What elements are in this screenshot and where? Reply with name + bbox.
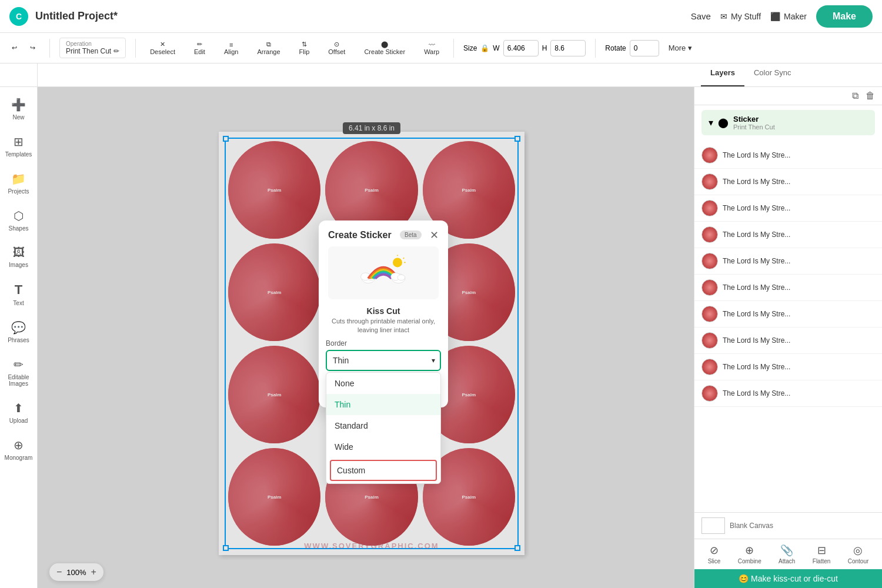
- modal-badge: Beta: [400, 230, 422, 239]
- blank-canvas-thumb: [701, 517, 725, 534]
- layer-thumb: [701, 253, 718, 269]
- separator-1: [49, 39, 50, 58]
- separator-3: [453, 39, 454, 58]
- sidebar-item-images[interactable]: 🖼 Images: [2, 240, 36, 274]
- layer-thumb: [701, 279, 718, 296]
- attach-tool[interactable]: 📎 Attach: [779, 544, 795, 564]
- flip-button[interactable]: ⇅ Flip: [295, 38, 315, 58]
- border-select[interactable]: None Thin Standard Wide Custom: [326, 350, 441, 371]
- table-row[interactable]: The Lord Is My Stre...: [694, 195, 882, 222]
- dropdown-item-wide[interactable]: Wide: [326, 436, 440, 457]
- layer-section: ▾ ⬤ Sticker Print Then Cut: [694, 105, 882, 142]
- table-row[interactable]: The Lord Is My Stre...: [694, 275, 882, 301]
- table-row[interactable]: The Lord Is My Stre...: [694, 248, 882, 275]
- sidebar-item-phrases[interactable]: 💬 Phrases: [2, 315, 36, 349]
- flatten-tool[interactable]: ⊟ Flatten: [813, 544, 831, 564]
- sidebar: ➕ New ⊞ Templates 📁 Projects ⬡ Shapes 🖼 …: [0, 87, 38, 588]
- layer-item-name: The Lord Is My Stre...: [723, 204, 875, 212]
- combine-tool[interactable]: ⊕ Combine: [738, 544, 761, 564]
- height-input[interactable]: [550, 40, 586, 56]
- undo-button[interactable]: ↩: [7, 42, 22, 54]
- separator-4: [595, 39, 596, 58]
- dropdown-item-custom[interactable]: Custom: [330, 460, 437, 481]
- tab-layers[interactable]: Layers: [701, 64, 744, 86]
- dropdown-item-none[interactable]: None: [326, 373, 440, 394]
- arrange-button[interactable]: ⧉ Arrange: [252, 38, 285, 58]
- make-button[interactable]: Make: [816, 5, 873, 28]
- table-row[interactable]: The Lord Is My Stre...: [694, 169, 882, 195]
- flip-icon: ⇅: [302, 41, 307, 48]
- table-row[interactable]: The Lord Is My Stre...: [694, 354, 882, 380]
- layer-thumb: [701, 359, 718, 375]
- width-input[interactable]: [503, 40, 539, 56]
- edit-button[interactable]: ✏ Edit: [189, 38, 210, 58]
- bottom-toolbar: ⊘ Slice ⊕ Combine 📎 Attach ⊟ Flatten ◎ C…: [694, 539, 882, 569]
- deselect-button[interactable]: ✕ Deselect: [145, 38, 180, 58]
- sidebar-item-new[interactable]: ➕ New: [2, 92, 36, 126]
- sidebar-item-projects[interactable]: 📁 Projects: [2, 166, 36, 201]
- sidebar-item-templates[interactable]: ⊞ Templates: [2, 129, 36, 163]
- right-panel: ⧉ 🗑 ▾ ⬤ Sticker Print Then Cut The Lord …: [694, 87, 882, 588]
- layer-item-name: The Lord Is My Stre...: [723, 151, 875, 159]
- warp-button[interactable]: 〰 Warp: [419, 39, 444, 58]
- my-stuff-button[interactable]: ✉ My Stuff: [720, 12, 761, 21]
- make-bar[interactable]: 😊 Make kiss-cut or die-cut: [694, 569, 882, 588]
- operation-value: Print Then Cut ✏: [66, 47, 119, 55]
- pencil-icon: ✏: [197, 41, 202, 48]
- sticker-icon: ⬤: [381, 41, 388, 48]
- create-sticker-button[interactable]: ⬤ Create Sticker: [359, 38, 410, 58]
- sidebar-item-upload[interactable]: ⬆ Upload: [2, 395, 36, 430]
- offset-button[interactable]: ⊙ Offset: [323, 38, 350, 58]
- layer-group-title: Sticker: [733, 115, 868, 123]
- layer-item-name: The Lord Is My Stre...: [723, 230, 875, 239]
- table-row[interactable]: The Lord Is My Stre...: [694, 301, 882, 328]
- w-label: W: [493, 44, 499, 52]
- flatten-icon: ⊟: [817, 544, 826, 557]
- upload-icon: ⬆: [14, 401, 24, 415]
- arrange-icon: ⧉: [266, 41, 271, 48]
- slice-tool[interactable]: ⊘ Slice: [708, 544, 721, 564]
- redo-button[interactable]: ↪: [25, 42, 40, 54]
- dropdown-item-thin[interactable]: Thin: [326, 394, 440, 415]
- rotate-input[interactable]: [630, 40, 659, 56]
- combine-icon: ⊕: [745, 544, 754, 557]
- project-title: Untitled Project*: [35, 10, 118, 22]
- sidebar-item-shapes[interactable]: ⬡ Shapes: [2, 203, 36, 238]
- align-button[interactable]: ≡ Align: [219, 39, 243, 58]
- new-icon: ➕: [11, 98, 26, 112]
- size-group: Size 🔒 W H: [463, 40, 586, 56]
- layer-item-name: The Lord Is My Stre...: [723, 310, 875, 318]
- save-button[interactable]: Save: [691, 11, 711, 21]
- toolbar: ↩ ↪ Operation Print Then Cut ✏ ✕ Deselec…: [0, 33, 882, 64]
- layer-item-name: The Lord Is My Stre...: [723, 283, 875, 292]
- offset-icon: ⊙: [334, 41, 339, 48]
- delete-button[interactable]: 🗑: [866, 91, 875, 101]
- layer-thumb: [701, 332, 718, 349]
- templates-icon: ⊞: [14, 135, 24, 149]
- maker-button[interactable]: ⬛ Maker: [770, 12, 807, 21]
- contour-icon: ◎: [853, 544, 863, 557]
- layer-group-subtitle: Print Then Cut: [733, 123, 868, 131]
- rotate-group: Rotate: [605, 40, 659, 56]
- kiss-cut-desc: Cuts through printable material only, le…: [319, 317, 448, 340]
- make-bar-label: 😊 Make kiss-cut or die-cut: [739, 574, 838, 583]
- duplicate-button[interactable]: ⧉: [852, 91, 858, 101]
- table-row[interactable]: The Lord Is My Stre...: [694, 380, 882, 407]
- main-layout: ➕ New ⊞ Templates 📁 Projects ⬡ Shapes 🖼 …: [0, 87, 882, 588]
- layer-item-name: The Lord Is My Stre...: [723, 363, 875, 371]
- table-row[interactable]: The Lord Is My Stre...: [694, 222, 882, 248]
- tab-color-sync[interactable]: Color Sync: [744, 64, 801, 86]
- layer-group-header[interactable]: ▾ ⬤ Sticker Print Then Cut: [701, 110, 875, 135]
- sidebar-top-spacer: [0, 64, 38, 86]
- table-row[interactable]: The Lord Is My Stre...: [694, 142, 882, 169]
- sidebar-item-editable-images[interactable]: ✏ Editable Images: [2, 352, 36, 393]
- sidebar-item-text[interactable]: T Text: [2, 276, 36, 312]
- modal-close-button[interactable]: ✕: [430, 229, 439, 242]
- table-row[interactable]: The Lord Is My Stre...: [694, 328, 882, 354]
- more-button[interactable]: More ▾: [669, 44, 693, 52]
- sidebar-item-monogram[interactable]: ⊕ Monogram: [2, 432, 36, 467]
- contour-tool[interactable]: ◎ Contour: [848, 544, 869, 564]
- dropdown-item-standard[interactable]: Standard: [326, 415, 440, 436]
- layer-item-name: The Lord Is My Stre...: [723, 257, 875, 265]
- modal-overlay: Create Sticker Beta ✕: [38, 87, 694, 588]
